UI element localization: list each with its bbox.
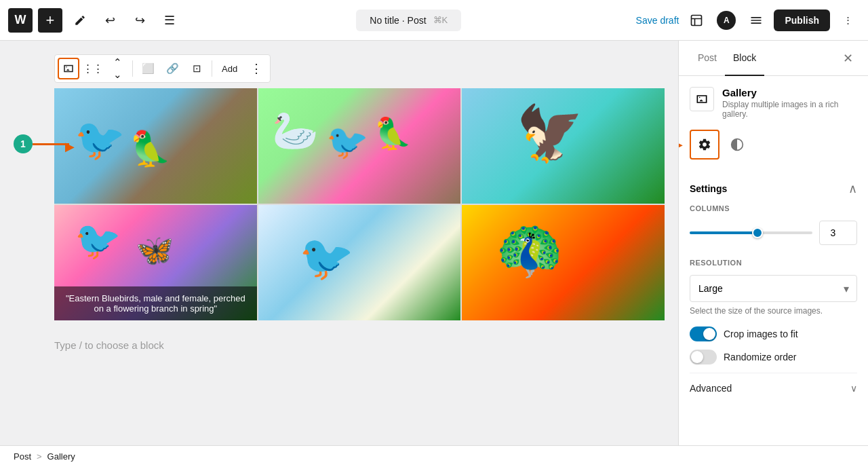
panel-content: Gallery Display multiple images in a ric…	[679, 76, 868, 445]
toggles-section: 5 ▶ Crop images to fit Randomize order	[690, 326, 857, 365]
tools-button[interactable]	[68, 8, 92, 33]
block-toolbar: ⋮⋮ ⌃⌄ ⬜ 🔗 ⊡ Add ⋮	[54, 54, 271, 83]
publish-button[interactable]: Publish	[774, 10, 830, 31]
gallery-block-type-button[interactable]	[58, 58, 79, 79]
gallery-cell-1[interactable]: 🐦 🦜	[54, 88, 257, 204]
crop-toggle-row: Crop images to fit	[690, 326, 857, 341]
list-view-button[interactable]: ☰	[157, 8, 182, 33]
block-desc: Display multiple images in a rich galler…	[722, 100, 857, 119]
tab-block[interactable]: Block	[725, 41, 764, 76]
resolution-select[interactable]: Thumbnail Medium Large Full Size	[690, 275, 857, 302]
breadcrumb: Post > Gallery	[0, 445, 868, 467]
block-icon	[690, 87, 714, 111]
columns-section: COLUMNS 3 ▶	[690, 204, 857, 245]
gallery-image-3: 🦅	[462, 88, 665, 204]
resolution-help-text: Select the size of the source images.	[690, 306, 857, 316]
gallery-image-5: 🐦	[258, 205, 461, 320]
svg-rect-0	[692, 15, 702, 25]
gallery-cell-6[interactable]: 🦚	[462, 205, 665, 320]
crop-button[interactable]: ⊡	[186, 58, 208, 79]
randomize-toggle[interactable]	[690, 350, 717, 365]
close-panel-button[interactable]: ✕	[838, 49, 857, 68]
block-toolbar-wrapper: ⋮⋮ ⌃⌄ ⬜ 🔗 ⊡ Add ⋮	[54, 54, 665, 83]
sidebar-toggle-button[interactable]	[744, 8, 768, 33]
settings-tabs	[690, 130, 752, 160]
drag-handle-button[interactable]: ⋮⋮	[82, 58, 104, 79]
tab-post[interactable]: Post	[690, 41, 725, 76]
slider-thumb[interactable]	[752, 227, 763, 238]
top-bar: W + ↩ ↪ ☰ No title · Post ⌘K Save draft …	[0, 0, 868, 41]
post-title: No title · Post	[370, 15, 426, 26]
breadcrumb-current: Gallery	[47, 451, 75, 462]
gallery-caption-4: "Eastern Bluebirds, male and female, per…	[54, 286, 257, 320]
randomize-toggle-label: Randomize order	[724, 352, 796, 362]
settings-tab-style[interactable]	[722, 130, 752, 160]
gallery-cell-5[interactable]: 🐦	[258, 205, 461, 320]
save-draft-button[interactable]: Save draft	[636, 15, 679, 26]
move-up-down-button[interactable]: ⌃⌄	[106, 58, 128, 79]
editor-area: 1 ▶ ⋮⋮ ⌃⌄ ⬜ 🔗 ⊡ Add	[0, 41, 678, 445]
columns-label: COLUMNS	[690, 204, 857, 212]
settings-tabs-row: 2 ▶	[690, 130, 857, 170]
advanced-section[interactable]: Advanced ∨	[690, 373, 857, 403]
settings-title: Settings	[690, 183, 727, 194]
toolbar-divider-1	[132, 60, 133, 77]
advanced-chevron-icon: ∨	[850, 383, 857, 394]
align-button[interactable]: ⬜	[137, 58, 159, 79]
right-actions: Save draft A Publish ⋮	[636, 8, 860, 33]
block-meta: Gallery Display multiple images in a ric…	[722, 87, 857, 119]
advanced-label: Advanced	[690, 383, 732, 394]
block-name: Gallery	[722, 87, 857, 98]
title-pill[interactable]: No title · Post ⌘K	[356, 10, 461, 31]
title-area: No title · Post ⌘K	[187, 10, 631, 31]
gallery-image-2: 🦢 🐦 🦜	[258, 88, 461, 204]
breadcrumb-separator: >	[37, 451, 42, 462]
redo-button[interactable]: ↪	[127, 8, 152, 33]
breadcrumb-post[interactable]: Post	[14, 451, 31, 462]
right-panel: Post Block ✕ Gallery Display multiple im…	[678, 41, 868, 445]
view-button[interactable]	[684, 8, 709, 33]
toolbar-divider-2	[212, 60, 212, 77]
gallery-grid: 🐦 🦜 🦢 🐦 🦜 🦅	[54, 88, 665, 320]
add-button[interactable]: Add	[216, 64, 243, 74]
shortcut-hint: ⌘K	[433, 15, 448, 25]
gallery-block: 🐦 🦜 🦢 🐦 🦜 🦅	[54, 88, 665, 320]
avatar-button[interactable]: A	[714, 8, 738, 33]
resolution-label: RESOLUTION	[690, 259, 857, 267]
options-button[interactable]: ⋮	[835, 8, 860, 33]
slider-track	[690, 231, 812, 234]
columns-control	[690, 221, 857, 245]
editor-inner: 1 ▶ ⋮⋮ ⌃⌄ ⬜ 🔗 ⊡ Add	[14, 54, 665, 362]
columns-slider[interactable]	[690, 231, 812, 234]
settings-tab-settings[interactable]	[690, 130, 719, 160]
placeholder-text[interactable]: Type / to choose a block	[54, 329, 665, 362]
gallery-image-1: 🐦 🦜	[54, 88, 257, 204]
block-info: Gallery Display multiple images in a ric…	[690, 87, 857, 119]
resolution-select-wrapper: Thumbnail Medium Large Full Size ▾	[690, 275, 857, 302]
more-options-button[interactable]: ⋮	[245, 58, 267, 79]
slider-fill	[690, 231, 757, 234]
resolution-section: RESOLUTION 4 ▶ Thumbnail Medium Large Fu…	[690, 259, 857, 316]
gallery-cell-3[interactable]: 🦅	[462, 88, 665, 204]
randomize-toggle-knob	[691, 351, 703, 363]
gallery-cell-4[interactable]: 🐦 🦋 "Eastern Bluebirds, male and female,…	[54, 205, 257, 320]
link-button[interactable]: 🔗	[161, 58, 183, 79]
main-layout: 1 ▶ ⋮⋮ ⌃⌄ ⬜ 🔗 ⊡ Add	[0, 41, 868, 445]
settings-header: Settings ∧	[690, 181, 857, 196]
columns-number-input[interactable]	[819, 221, 857, 245]
randomize-toggle-row: Randomize order	[690, 350, 857, 365]
collapse-settings-button[interactable]: ∧	[848, 181, 857, 196]
crop-toggle[interactable]	[690, 326, 717, 341]
undo-button[interactable]: ↩	[98, 8, 122, 33]
add-block-button[interactable]: +	[38, 8, 62, 33]
crop-toggle-label: Crop images to fit	[724, 329, 798, 339]
crop-toggle-knob	[703, 328, 715, 340]
wp-logo-icon[interactable]: W	[8, 8, 33, 33]
panel-header: Post Block ✕	[679, 41, 868, 76]
annotation-1: 1	[14, 134, 33, 153]
gallery-image-6: 🦚	[462, 205, 665, 320]
gallery-cell-2[interactable]: 🦢 🐦 🦜	[258, 88, 461, 204]
